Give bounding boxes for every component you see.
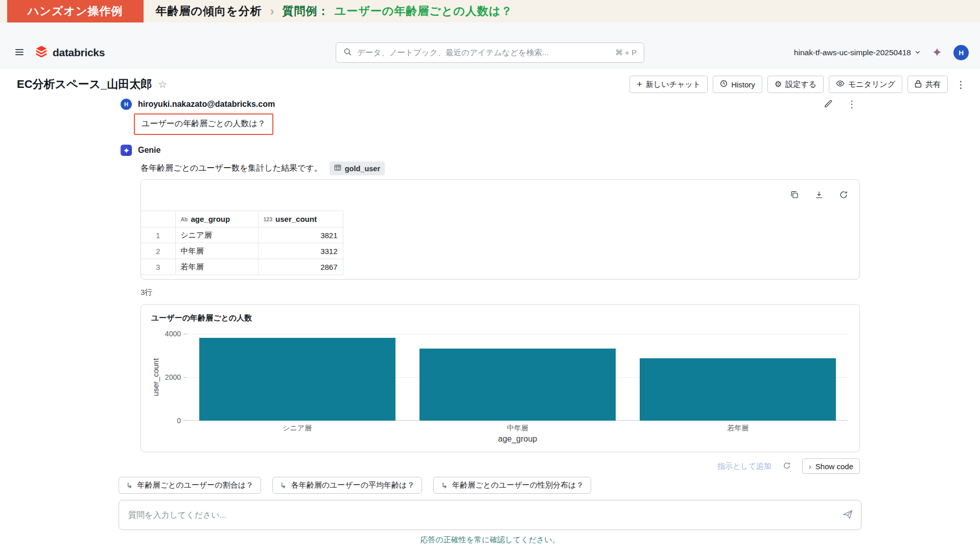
row-count-label: 3行 [141, 288, 861, 297]
search-icon [343, 48, 352, 58]
send-button[interactable] [842, 509, 853, 521]
x-tick-labels: シニア層 中年層 若年層 [187, 424, 848, 433]
new-chat-button[interactable]: + 新しいチャット [629, 76, 708, 93]
databricks-logo-icon [35, 45, 48, 60]
refresh-results-button[interactable] [838, 189, 849, 202]
tutorial-step-title: 年齢層の傾向を分析 [156, 4, 262, 19]
row-number: 1 [141, 227, 175, 243]
y-tick-mark [183, 334, 187, 334]
reply-arrow-icon: ↳ [441, 481, 448, 490]
favorite-star-button[interactable]: ☆ [158, 79, 167, 89]
show-code-button[interactable]: › Show code [802, 458, 860, 474]
table-chip-label: gold_user [345, 165, 380, 173]
hamburger-icon [14, 47, 25, 59]
column-header-label: user_count [275, 215, 317, 223]
y-tick-mark [183, 377, 187, 378]
page-title: EC分析スペース_山田太郎 [17, 77, 152, 92]
regenerate-button[interactable] [782, 461, 792, 472]
copy-icon [790, 190, 799, 201]
message-avatar: H [121, 99, 132, 110]
plus-icon: + [637, 79, 642, 89]
new-chat-label: 新しいチャット [646, 80, 701, 89]
question-example-label: 質問例： [283, 4, 330, 19]
chart-title: ユーザーの年齢層ごとの人数 [151, 313, 252, 323]
result-table: Abage_group 123user_count 1 シニア層 3821 2 … [141, 211, 343, 275]
query-results-card: Abage_group 123user_count 1 シニア層 3821 2 … [141, 179, 860, 280]
y-tick-label: 4000 [150, 330, 181, 338]
x-axis-label: age_group [187, 434, 848, 444]
workspace-name: hinak-tf-aws-uc-simple-20250418 [794, 48, 911, 57]
message-options-button[interactable]: ⋮ [847, 99, 856, 110]
row-number-header [141, 211, 175, 227]
chart-bar [199, 338, 395, 421]
refresh-icon [839, 190, 848, 201]
clock-icon [720, 80, 728, 89]
chevron-down-icon [915, 48, 921, 57]
lock-icon [915, 80, 922, 89]
table-icon [334, 164, 341, 173]
suggestion-chip[interactable]: ↳ 各年齢層のユーザーの平均年齢は？ [272, 477, 422, 494]
chat-thread: H hiroyuki.nakazato@databricks.com ⋮ ユーザ… [119, 98, 861, 545]
cell-age-group: シニア層 [175, 227, 258, 243]
plot-area: 4000 2000 0 [187, 334, 848, 421]
cell-user-count: 2867 [258, 259, 343, 275]
row-number: 2 [141, 243, 175, 259]
refresh-icon [783, 462, 791, 471]
column-header-age-group[interactable]: Abage_group [175, 211, 258, 227]
suggestion-label: 各年齢層のユーザーの平均年齢は？ [291, 480, 415, 490]
y-tick-label: 0 [150, 417, 181, 425]
cell-age-group: 中年層 [175, 243, 258, 259]
user-email: hiroyuki.nakazato@databricks.com [138, 100, 275, 109]
search-input[interactable] [357, 48, 610, 57]
download-results-button[interactable] [813, 189, 825, 202]
question-input[interactable] [119, 500, 861, 530]
annotation-highlight-box: ユーザーの年齢層ごとの人数は？ [134, 113, 273, 135]
global-search-bar[interactable]: ⌘ + P [336, 42, 644, 63]
monitoring-label: モニタリング [848, 80, 895, 89]
share-button[interactable]: 共有 [907, 76, 948, 93]
settings-label: 設定する [785, 80, 816, 89]
cell-user-count: 3312 [258, 243, 343, 259]
star-icon: ☆ [158, 79, 167, 90]
databricks-logo[interactable]: databricks [35, 45, 105, 60]
suggestion-label: 年齢層ごとのユーザーの性別分布は？ [452, 480, 584, 490]
table-row: 2 中年層 3312 [141, 243, 343, 259]
row-number: 3 [141, 259, 175, 275]
x-tick-label: 中年層 [407, 424, 627, 433]
y-tick-label: 2000 [150, 373, 181, 381]
hamburger-menu-button[interactable] [11, 44, 28, 62]
assistant-button[interactable] [931, 46, 943, 60]
chart-bar [640, 358, 836, 421]
monitoring-button[interactable]: モニタリング [829, 76, 902, 93]
add-as-instruction-button[interactable]: 指示として追加 [717, 462, 772, 471]
string-type-icon: Ab [181, 216, 188, 222]
edit-message-button[interactable] [823, 98, 834, 111]
table-row: 3 若年層 2867 [141, 259, 343, 275]
share-label: 共有 [925, 80, 941, 89]
tutorial-badge: ハンズオン操作例 [7, 0, 144, 22]
settings-button[interactable]: ⚙ 設定する [767, 76, 824, 93]
eye-icon [836, 80, 845, 89]
user-message-header: H hiroyuki.nakazato@databricks.com ⋮ [119, 98, 861, 110]
tutorial-banner: ハンズオン操作例 年齢層の傾向を分析 › 質問例： ユーザーの年齢層ごとの人数は… [0, 0, 980, 22]
kebab-icon: ⋮ [847, 99, 856, 109]
assistant-sparkle-icon [932, 47, 942, 59]
suggestion-chip[interactable]: ↳ 年齢層ごとのユーザーの割合は？ [119, 477, 261, 494]
user-avatar[interactable]: H [953, 45, 969, 60]
copy-results-button[interactable] [789, 189, 800, 202]
history-button[interactable]: History [713, 76, 762, 93]
cell-age-group: 若年層 [175, 259, 258, 275]
x-tick-label: シニア層 [187, 424, 407, 433]
suggestion-chip[interactable]: ↳ 年齢層ごとのユーザーの性別分布は？ [433, 477, 591, 494]
assistant-name: Genie [138, 146, 160, 155]
reply-arrow-icon: ↳ [126, 481, 133, 490]
more-options-button[interactable]: ⋮ [953, 79, 969, 90]
download-icon [814, 190, 824, 201]
suggestion-label: 年齢層ごとのユーザーの割合は？ [137, 480, 253, 490]
column-header-user-count[interactable]: 123user_count [258, 211, 343, 227]
gear-icon: ⚙ [775, 80, 782, 88]
chart-card: ユーザーの年齢層ごとの人数 user_count 4000 2000 0 シニア… [141, 304, 860, 452]
table-reference-chip[interactable]: gold_user [330, 162, 385, 175]
assistant-message-header: Genie [119, 144, 861, 156]
workspace-selector[interactable]: hinak-tf-aws-uc-simple-20250418 [794, 48, 921, 57]
